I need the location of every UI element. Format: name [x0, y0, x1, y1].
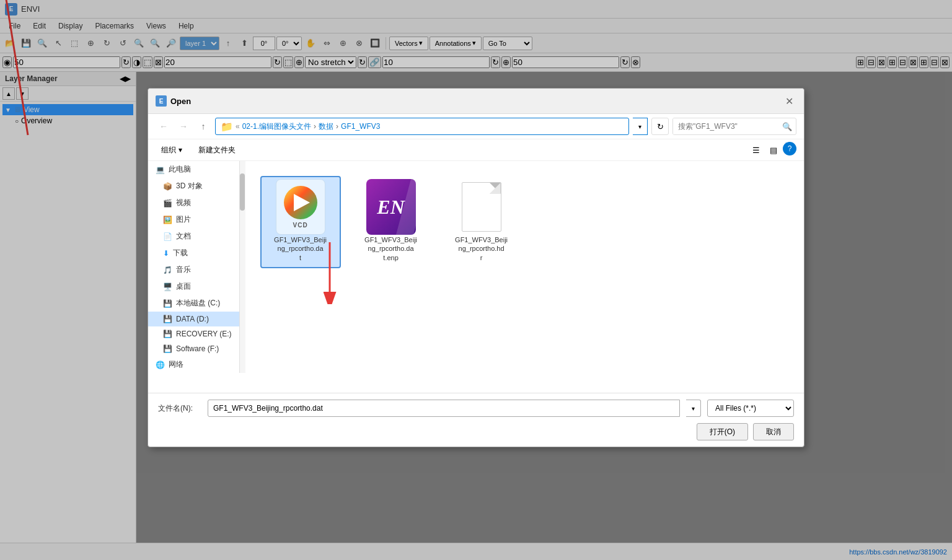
- dialog-overlay: E Open ✕ ← → ↑ 📁 « 02-1.编辑图像头文件 › 数据 › G…: [0, 0, 952, 560]
- nav-item-desktop[interactable]: 🖥️ 桌面: [148, 278, 239, 295]
- cancel-button[interactable]: 取消: [753, 423, 794, 440]
- dialog-close-button[interactable]: ✕: [782, 94, 796, 108]
- file-items-row: VCD GF1_WFV3_Beijing_rpcortho.dat EN: [255, 171, 794, 273]
- nav-item-network[interactable]: 🌐 网络: [148, 356, 239, 373]
- file-name-2: GF1_WFV3_Beijing_rpcortho.hdr: [455, 235, 508, 262]
- view-help-button[interactable]: ?: [783, 142, 796, 155]
- path-sep-1: «: [236, 122, 240, 131]
- nav-item-music[interactable]: 🎵 音乐: [148, 261, 239, 278]
- nav-item-e-drive[interactable]: 💾 RECOVERY (E:): [148, 326, 239, 341]
- refresh-button[interactable]: ↻: [651, 118, 669, 135]
- network-icon: 🌐: [156, 361, 165, 369]
- folder-icon-pictures: 🖼️: [163, 216, 172, 224]
- path-sep-3: ›: [336, 122, 338, 131]
- forward-button[interactable]: →: [175, 118, 192, 134]
- nav-scroll-thumb: [240, 173, 245, 211]
- file-name-1: GF1_WFV3_Beijing_rpcortho.dat.enp: [364, 235, 417, 262]
- view-buttons: ☰ ▤ ?: [748, 142, 796, 158]
- back-button[interactable]: ←: [156, 118, 172, 134]
- file-name-0: GF1_WFV3_Beijing_rpcortho.dat: [274, 235, 327, 262]
- dialog-title-text: E Open: [156, 95, 191, 107]
- search-input[interactable]: [673, 118, 778, 134]
- path-sep-2: ›: [314, 122, 316, 131]
- nav-item-3d[interactable]: 📦 3D 对象: [148, 178, 239, 195]
- file-item-0[interactable]: VCD GF1_WFV3_Beijing_rpcortho.dat: [260, 176, 341, 268]
- file-icon-generic: [457, 182, 506, 232]
- folder-icon-docs: 📄: [163, 232, 172, 241]
- filename-row: 文件名(N): ▾ All Files (*.*): [158, 400, 794, 417]
- view-list-button[interactable]: ☰: [748, 142, 764, 158]
- nav-item-video[interactable]: 🎬 视频: [148, 195, 239, 211]
- address-path: 📁 « 02-1.编辑图像头文件 › 数据 › GF1_WFV3: [215, 118, 629, 135]
- path-dropdown-button[interactable]: ▾: [633, 118, 648, 135]
- music-icon: 🎵: [163, 266, 172, 274]
- file-dialog-title: E Open ✕: [148, 89, 804, 114]
- download-icon: ⬇: [163, 249, 169, 258]
- file-dialog: E Open ✕ ← → ↑ 📁 « 02-1.编辑图像头文件 › 数据 › G…: [148, 88, 804, 447]
- new-folder-button[interactable]: 新建文件夹: [193, 142, 241, 158]
- organize-dropdown-icon: ▾: [178, 146, 182, 154]
- nav-item-pictures[interactable]: 🖼️ 图片: [148, 211, 239, 228]
- filename-dropdown-button[interactable]: ▾: [686, 400, 701, 417]
- folder-icon-video: 🎬: [163, 199, 172, 208]
- filetype-select[interactable]: All Files (*.*): [707, 400, 794, 417]
- file-icon-vcd: VCD: [276, 182, 325, 232]
- path-segment-3[interactable]: GF1_WFV3: [341, 122, 380, 131]
- file-grid: VCD GF1_WFV3_Beijing_rpcortho.dat EN: [245, 161, 804, 393]
- nav-scroll-container: 💻 此电脑 📦 3D 对象 🎬 视频 🖼️ 图片: [148, 161, 245, 373]
- nav-item-docs[interactable]: 📄 文档: [148, 228, 239, 245]
- drive-icon-d: 💾: [163, 315, 172, 323]
- dialog-title-icon: E: [156, 95, 167, 107]
- file-item-1[interactable]: EN GF1_WFV3_Beijing_rpcortho.dat.enp: [351, 176, 431, 268]
- path-folder-icon: 📁: [221, 121, 233, 133]
- dialog-toolbar: 组织 ▾ 新建文件夹 ☰ ▤ ?: [148, 139, 804, 161]
- open-file-button[interactable]: 打开(O): [697, 423, 748, 440]
- organize-button[interactable]: 组织 ▾: [156, 142, 188, 158]
- dialog-action-buttons: 打开(O) 取消: [158, 423, 794, 440]
- nav-item-pc[interactable]: 💻 此电脑: [148, 161, 239, 178]
- up-button[interactable]: ↑: [195, 118, 211, 134]
- nav-scrollbar[interactable]: [239, 161, 245, 373]
- drive-icon-e: 💾: [163, 330, 172, 338]
- nav-item-c-drive[interactable]: 💾 本地磁盘 (C:): [148, 295, 239, 312]
- filename-input[interactable]: [208, 400, 680, 417]
- dialog-body: 💻 此电脑 📦 3D 对象 🎬 视频 🖼️ 图片: [148, 161, 804, 393]
- nav-item-downloads[interactable]: ⬇ 下载: [148, 245, 239, 261]
- path-segment-1[interactable]: 02-1.编辑图像头文件: [242, 121, 311, 132]
- dialog-bottom: 文件名(N): ▾ All Files (*.*) 打开(O) 取消: [148, 393, 804, 447]
- search-box: 🔍: [672, 118, 796, 135]
- drive-icon-c: 💾: [163, 299, 172, 308]
- filename-label: 文件名(N):: [158, 403, 201, 414]
- path-segment-2[interactable]: 数据: [319, 121, 333, 132]
- desktop-icon: 🖥️: [163, 282, 172, 291]
- folder-icon-3d: 📦: [163, 182, 172, 191]
- nav-item-d-drive[interactable]: 💾 DATA (D:): [148, 312, 239, 326]
- file-icon-enp: EN: [366, 182, 416, 232]
- nav-list: 💻 此电脑 📦 3D 对象 🎬 视频 🖼️ 图片: [148, 161, 239, 373]
- address-bar: ← → ↑ 📁 « 02-1.编辑图像头文件 › 数据 › GF1_WFV3 ▾…: [148, 114, 804, 139]
- file-item-2[interactable]: GF1_WFV3_Beijing_rpcortho.hdr: [441, 176, 522, 268]
- nav-item-f-drive[interactable]: 💾 Software (F:): [148, 341, 239, 356]
- view-details-button[interactable]: ▤: [765, 142, 782, 158]
- drive-icon-f: 💾: [163, 344, 172, 353]
- pc-icon: 💻: [156, 165, 165, 174]
- search-button[interactable]: 🔍: [778, 118, 796, 135]
